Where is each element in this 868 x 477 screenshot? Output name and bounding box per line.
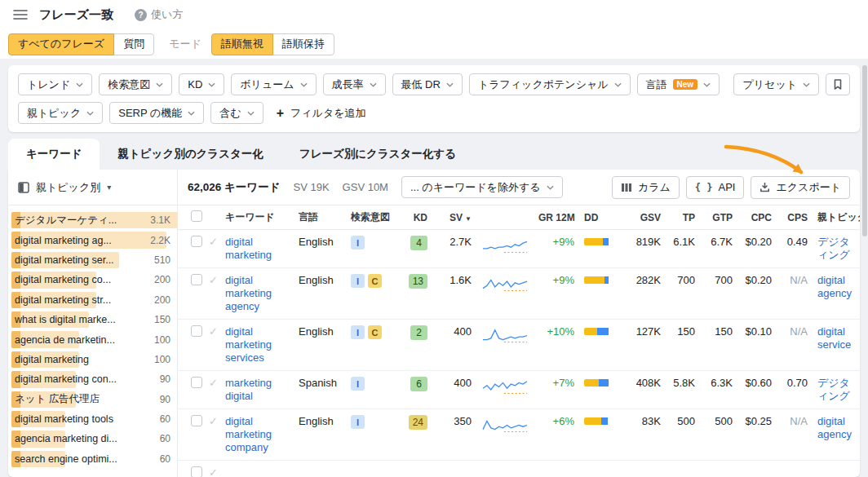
caret-down-icon: ▾ xyxy=(107,183,111,192)
row-check-icon[interactable]: ✓ xyxy=(209,466,218,477)
row-check-icon[interactable]: ✓ xyxy=(209,415,218,427)
view-tab[interactable]: フレーズ別にクラスター化する xyxy=(281,139,474,170)
chevron-down-icon xyxy=(76,82,83,87)
parent-topic-link[interactable]: service xyxy=(817,338,855,351)
view-tab[interactable]: キーワード xyxy=(8,139,100,170)
parent-topic-item[interactable]: digital marketing ag... 2.2K xyxy=(8,230,177,250)
parent-topic-item[interactable]: digital marketing tools 60 xyxy=(8,409,177,429)
col-cpc[interactable]: CPC xyxy=(737,212,777,223)
view-tab[interactable]: 親トピック別のクラスター化 xyxy=(100,139,281,170)
parent-topic-item[interactable]: digital marketing 100 xyxy=(8,350,177,369)
col-parent-topic[interactable]: 親トピック xyxy=(813,210,860,224)
filter-dropdown[interactable]: 親トピック xyxy=(18,102,103,124)
col-keyword[interactable]: キーワード xyxy=(220,210,294,224)
parent-topic-item[interactable]: agencia de marketin... 100 xyxy=(8,329,177,349)
table-body: ✓ digital marketing English I 4 2.7K + xyxy=(178,230,860,461)
parent-topic-item[interactable]: digital marketing con... 90 xyxy=(8,369,177,389)
col-tp[interactable]: TP xyxy=(666,212,700,223)
row-check-icon[interactable]: ✓ xyxy=(209,236,218,248)
parent-topic-link[interactable]: agency xyxy=(817,287,855,300)
preset-dropdown[interactable]: プリセット xyxy=(733,73,819,95)
filter-dropdown[interactable]: 最低 DR xyxy=(392,73,463,95)
global-traffic-potential: 500 xyxy=(700,415,737,428)
api-button[interactable]: { } API xyxy=(686,176,745,199)
row-check-icon[interactable]: ✓ xyxy=(209,274,218,286)
row-check-icon[interactable]: ✓ xyxy=(209,377,218,389)
col-intent[interactable]: 検索意図 xyxy=(346,210,398,224)
col-kd[interactable]: KD xyxy=(398,212,432,223)
row-checkbox[interactable] xyxy=(191,274,202,285)
phrase-pill[interactable]: すべてのフレーズ xyxy=(8,33,114,55)
traffic-potential: 6.1K xyxy=(666,236,700,249)
parent-topic-item[interactable]: what is digital marke... 150 xyxy=(8,310,177,329)
dd-bar-blue xyxy=(601,417,608,425)
filter-dropdown[interactable]: ボリューム xyxy=(231,73,316,95)
intent-badge-C: C xyxy=(368,325,382,339)
phrase-pill[interactable]: 質問 xyxy=(113,33,154,55)
add-filter-button[interactable]: + フィルタを追加 xyxy=(277,106,366,121)
parent-topic-link[interactable]: デジタ xyxy=(817,236,855,249)
dd-bar-yellow xyxy=(584,328,597,335)
filter-dropdown[interactable]: トレンド xyxy=(18,73,92,95)
parent-topic-link[interactable]: agency xyxy=(817,428,855,441)
row-checkbox[interactable] xyxy=(191,236,202,247)
parent-topic-link[interactable]: デジタ xyxy=(817,377,855,390)
menu-icon[interactable] xyxy=(13,9,28,20)
keyword-link[interactable]: digital marketing services xyxy=(225,325,272,364)
parent-topic-item[interactable]: agencia marketing di... 60 xyxy=(8,429,177,448)
col-gtp[interactable]: GTP xyxy=(700,212,737,223)
filter-dropdown[interactable]: 成長率 xyxy=(323,73,386,95)
col-language[interactable]: 言語 xyxy=(294,210,346,224)
word-order-pill[interactable]: 語順保持 xyxy=(272,33,334,55)
row-checkbox[interactable] xyxy=(191,377,202,388)
parent-topic-item[interactable]: digital marketing ser... 510 xyxy=(8,250,177,270)
exclude-keywords-dropdown[interactable]: ... のキーワードを除外する xyxy=(401,176,563,198)
dd-bar xyxy=(584,379,617,386)
dd-bar-blue xyxy=(604,276,609,284)
group-by-parent-topic-dropdown[interactable]: 親トピック別 ▾ xyxy=(8,170,177,205)
filter-dropdown[interactable]: 言語 New xyxy=(637,73,720,95)
table-row: ✓ digital marketing company English I 24… xyxy=(178,409,860,461)
cpc-value: $0.20 xyxy=(737,236,777,249)
col-cps[interactable]: CPS xyxy=(777,212,813,223)
col-dd[interactable]: DD xyxy=(579,212,622,223)
bookmark-button[interactable] xyxy=(826,73,850,95)
parent-topic-item[interactable]: digital marketing str... 200 xyxy=(8,290,177,310)
filter-dropdown[interactable]: トラフィックポテンシャル xyxy=(469,73,631,95)
topic-count: 3.1K xyxy=(150,214,170,226)
columns-button[interactable]: カラム xyxy=(612,176,680,199)
row-check-icon[interactable]: ✓ xyxy=(209,325,218,338)
topic-label: digital marketing ag... xyxy=(15,235,144,246)
col-sv[interactable]: SV▼ xyxy=(432,212,476,223)
filter-dropdown[interactable]: SERP の機能 xyxy=(109,102,204,124)
row-checkbox[interactable] xyxy=(191,415,202,426)
preset-label: プリセット xyxy=(742,77,797,92)
parent-topic-link[interactable]: digital xyxy=(817,274,855,287)
parent-topic-link[interactable]: digital xyxy=(817,415,855,428)
keyword-link[interactable]: marketing digital xyxy=(225,377,272,402)
export-button[interactable]: エクスポート xyxy=(751,176,850,199)
keyword-link[interactable]: digital marketing agency xyxy=(225,274,272,312)
parent-topic-item[interactable]: デジタルマーケティ... 3.1K xyxy=(8,210,177,230)
row-checkbox[interactable] xyxy=(191,466,202,477)
row-checkbox[interactable] xyxy=(191,325,202,337)
col-gsv[interactable]: GSV xyxy=(622,212,666,223)
parent-topic-link[interactable]: ィング xyxy=(817,249,855,262)
filter-dropdown[interactable]: 検索意図 xyxy=(99,73,172,95)
parent-topic-item[interactable]: ネット 広告代理店 90 xyxy=(8,390,177,409)
parent-topic-item[interactable]: digital marketing co... 200 xyxy=(8,270,177,289)
word-order-pill[interactable]: 語順無視 xyxy=(211,33,273,55)
vertical-scrollbar[interactable] xyxy=(862,65,867,236)
col-gr-12m[interactable]: GR 12M xyxy=(534,212,579,223)
filter-dropdown-list: トレンド 検索意図 KD xyxy=(18,73,720,95)
help-link[interactable]: ? 使い方 xyxy=(135,7,183,22)
filter-dropdown[interactable]: KD xyxy=(179,73,224,95)
select-all-checkbox[interactable] xyxy=(191,210,202,222)
columns-label: カラム xyxy=(638,180,671,195)
keyword-link[interactable]: digital marketing xyxy=(225,236,272,261)
parent-topic-item[interactable]: search engine optimi... 60 xyxy=(8,449,177,469)
parent-topic-link[interactable]: digital xyxy=(817,325,855,338)
keyword-link[interactable]: digital marketing company xyxy=(225,415,272,453)
filter-dropdown[interactable]: 含む xyxy=(210,102,263,124)
parent-topic-link[interactable]: ィング xyxy=(817,390,855,403)
